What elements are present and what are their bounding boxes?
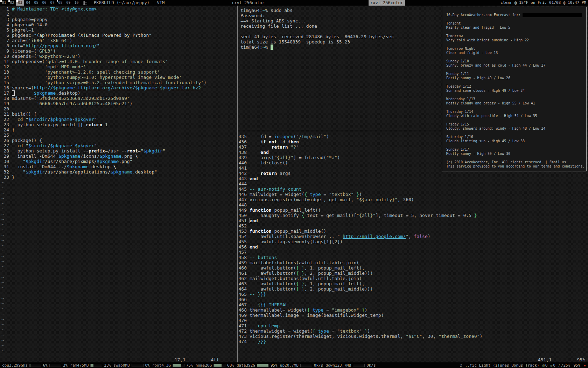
workspace-05[interactable]: 05 [32,0,40,6]
forecast-day: Monday 1/11 [446,72,586,76]
forecast-day: Tomorrow Night [446,47,586,51]
code-line: 453function popup_mail_middle() [238,229,588,234]
workspace-07[interactable]: 07 [48,0,56,6]
code-line: 463 awful.button({ }, 1, popup_mail_left… [238,281,588,286]
code-line: 6pkgdesc="(ap)Proximated (X)Emacs Powere… [1,33,222,38]
now-playing[interactable]: ..fic Light (iTunes Bonus Track) [465,363,539,368]
vim-tilde: ~ [1,301,222,306]
vim-tilde: ~ [1,211,222,217]
monitor-widget: home20G68% [196,363,234,368]
code-line: 21build() { [1,111,222,117]
workspace-label: 10 [74,1,78,5]
meter-bar [353,364,365,367]
vim-tilde: ~ [1,259,222,264]
monitor-label: data392G [237,363,255,368]
vim-tilde: ~ [1,227,222,232]
layout-icon[interactable] [83,1,87,5]
workspace-label: 04 [26,1,30,5]
workspace-01[interactable]: 01 [0,0,8,6]
forecast-entry: Wednesday 1/13Mostly cloudy and breezy -… [446,97,586,105]
workspace-label: 08 [58,1,62,5]
volume-indicator[interactable]: ♪/25% [558,363,570,368]
code-line: 443end [238,176,588,181]
weather-popup[interactable]: 10-Day AccuWeather.com Forecast for: Ton… [442,7,587,171]
code-line: 10depends=('wxpython>=2.8') [1,54,222,59]
at-indicator-value: 0 [545,363,548,368]
forecast-day: Sunday 1/17 [446,148,586,152]
monitor-label: root4.3G [152,363,171,368]
code-line: 16source=(http://$pkgname.flipturn.org/a… [1,85,222,90]
vim-ruler: 17,1 All [0,357,222,362]
battery-alert-icon: ▪ [583,363,586,368]
vim-tilde: ~ [1,264,222,269]
vim-tilde: ~ [1,269,222,274]
workspace-08[interactable]: 08 [56,0,64,6]
workspace-04[interactable]: 04 [24,0,32,6]
workspace-03[interactable]: 03 [16,0,24,6]
code-line: 442 return args [238,171,588,176]
workspace-02[interactable]: 02 [8,0,16,6]
vim-editor-pkgbuild[interactable]: 1# Maintainer: TDY <tdy@gmx.com>23pkgnam… [0,6,222,362]
code-line: 446mailwidget = widget({ type = "textbox… [238,192,588,197]
vim-tilde: ~ [1,295,222,301]
code-line: 461 awful.button({ }, 2, popup_mail_midd… [238,271,588,276]
forecast-desc: Clear and frigid - Low 13 [446,51,586,55]
forecast-day: Wednesday 1/13 [446,97,586,101]
forecast-desc: Sunny, breezy and not as cold - High 44 … [446,63,586,68]
forecast-desc: Sun and some clouds - High 49 / Low 34 [446,89,586,93]
status-bar: cpu3.299GHz6%3%ram475MB23%swap0MB0%root4… [0,362,588,368]
meter-bar [90,364,102,367]
workspace-06[interactable]: 06 [40,0,48,6]
code-line: 450 naughty.notify { text = get_mail()["… [238,213,588,218]
forecast-desc: Mostly cloudy and breezy - High 55 / Low… [446,101,586,105]
forecast-entry: TonightMainly clear and frigid - Low 5 [446,21,586,30]
workspace-09[interactable]: 09 [64,0,72,6]
vim-tilde: ~ [1,206,222,211]
code-line: 462mailwidget:buttons(awful.util.table.j… [238,276,588,281]
workspace-label: 09 [66,1,70,5]
vim-tilde: ~ [1,222,222,227]
vim-tilde: ~ [1,280,222,285]
monitor-widget: root4.3G75% [152,363,193,368]
music-player-icon[interactable]: ♫ [460,363,462,367]
vim-ruler: 451,1 95% [238,357,588,362]
vim-tilde: ~ [1,332,222,338]
taskbar-item-rxvt-2-focused[interactable]: rxvt-256color [369,0,405,6]
forecast-desc: Clouds limiting sun - High 45 / Low 33 [446,139,586,143]
code-line: 8url="http://peppy.flipturn.org/" [1,43,222,48]
vim-tilde: ~ [1,348,222,353]
code-line: 469thermallabel.image = image(beautiful.… [238,313,588,318]
monitor-label: down123.7MB [326,363,351,368]
taskbar-item-vim[interactable]: PKGBUILD (~/aur/peppy) - VIM [94,0,164,6]
monitor-widget: data392G95% [237,363,278,368]
code-line: 458-- buttons [238,255,588,260]
code-line: 457 [238,250,588,255]
forecast-desc: Partly sunny - High 49 / Low 26 [446,76,586,80]
code-line: 445-- aur-notify count [238,186,588,192]
code-line: 14 'python-numpy>=1.0: hyperspectral ima… [1,75,222,80]
code-line: 452 [238,223,588,229]
battery-percent: 95% [574,363,581,368]
vim-tilde: ~ [1,290,222,295]
forecast-desc: Cloudy, showers around; windy - High 48 … [446,127,586,131]
code-line: 456end [238,244,588,250]
monitor-label: cpu3.299GHz [2,363,28,368]
monitor-value: 68% [227,363,234,368]
volume-indicator-value: /25% [561,363,570,368]
mail-indicator[interactable]: ✉0 [550,363,555,368]
weather-title: 10-Day AccuWeather.com Forecast for: [446,13,520,17]
taskbar-item-rxvt-1[interactable]: rxvt-256color [232,0,265,6]
code-line: 467-- {{{ THERMAL [238,302,588,307]
workspace-10[interactable]: 10 [72,0,80,6]
vim-tilde: ~ [1,253,222,259]
at-indicator[interactable]: @0 [542,363,548,368]
code-line: 19 '6666c9657bf97aad6b8f25ac48f05e21') [1,101,222,106]
monitor-widget: down123.7MB0k/s [326,363,376,368]
code-line: 11optdepends=('gdal>=1.4.0: broader rang… [1,59,222,64]
code-line: 28 python setup.py install --prefix=/usr… [1,148,222,154]
forecast-entry: Sunday 1/10Sunny, breezy and not as cold… [446,59,586,68]
workspace-label: 03 [18,1,22,5]
monitor-label: home20G [196,363,212,368]
vim-tilde: ~ [1,274,222,280]
code-line: 18md5sums=('5f0d0ac8525366a73d293db1725d… [1,96,222,101]
